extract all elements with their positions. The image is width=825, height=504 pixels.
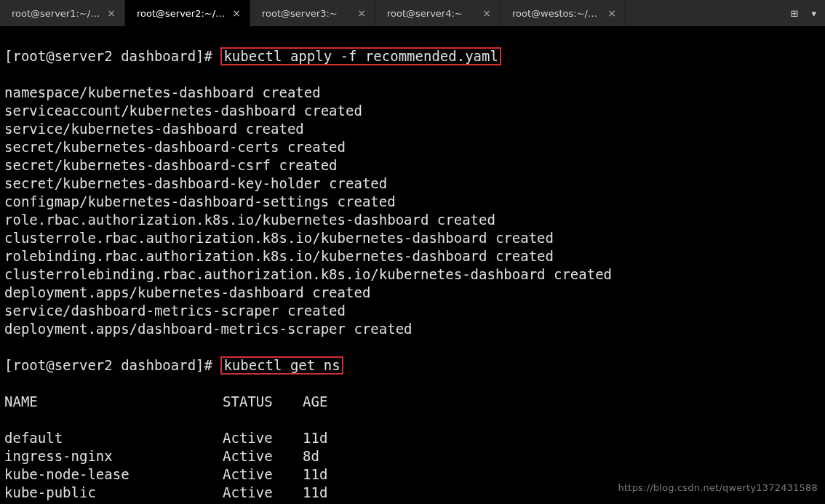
menu-chevron-icon[interactable]: ▾ bbox=[811, 4, 816, 23]
close-icon[interactable]: × bbox=[478, 4, 491, 23]
tab-label: root@server4:~ bbox=[387, 4, 463, 23]
output-line: service/kubernetes-dashboard created bbox=[4, 120, 821, 138]
table-row: ingress-nginxActive8d bbox=[4, 447, 821, 465]
output-line: namespace/kubernetes-dashboard created bbox=[4, 84, 821, 102]
output-line: clusterrolebinding.rbac.authorization.k8… bbox=[4, 265, 821, 284]
output-line: serviceaccount/kubernetes-dashboard crea… bbox=[4, 102, 821, 120]
output-line: role.rbac.authorization.k8s.io/kubernete… bbox=[4, 211, 821, 229]
close-icon[interactable]: × bbox=[353, 4, 366, 23]
tab-server1[interactable]: root@server1:~/har… × bbox=[0, 0, 125, 26]
output-line: clusterrole.rbac.authorization.k8s.io/ku… bbox=[4, 229, 821, 247]
output-line: secret/kubernetes-dashboard-key-holder c… bbox=[4, 175, 821, 193]
output-line: service/dashboard-metrics-scraper create… bbox=[4, 302, 821, 320]
watermark-text: https://blog.csdn.net/qwerty1372431588 bbox=[618, 479, 818, 497]
output-line: deployment.apps/dashboard-metrics-scrape… bbox=[4, 320, 821, 338]
tab-bar: root@server1:~/har… × root@server2:~/das… bbox=[0, 0, 825, 26]
tab-bar-controls: ⊞ ▾ bbox=[791, 0, 825, 26]
table-row: defaultActive11d bbox=[4, 429, 821, 447]
tab-label: root@server3:~ bbox=[262, 4, 338, 23]
tab-label: root@westos:~/Des… bbox=[512, 4, 603, 23]
tab-server2[interactable]: root@server2:~/das… × bbox=[125, 0, 250, 26]
tab-label: root@server2:~/das… bbox=[137, 4, 228, 23]
tab-server4[interactable]: root@server4:~ × bbox=[375, 0, 501, 26]
close-icon[interactable]: × bbox=[103, 4, 116, 23]
command-highlight: kubectl apply -f recommended.yaml bbox=[220, 47, 501, 65]
tab-label: root@server1:~/har… bbox=[12, 4, 103, 23]
close-icon[interactable]: × bbox=[228, 4, 241, 23]
output-line: rolebinding.rbac.authorization.k8s.io/ku… bbox=[4, 247, 821, 265]
tab-server3[interactable]: root@server3:~ × bbox=[250, 0, 375, 26]
output-line: secret/kubernetes-dashboard-csrf created bbox=[4, 156, 821, 175]
table-header: NAMESTATUSAGE bbox=[4, 393, 821, 411]
shell-prompt: [root@server2 dashboard]# bbox=[4, 357, 220, 373]
tab-westos[interactable]: root@westos:~/Des… × bbox=[501, 0, 626, 26]
terminal-output[interactable]: [root@server2 dashboard]# kubectl apply … bbox=[0, 26, 825, 504]
close-icon[interactable]: × bbox=[603, 4, 616, 23]
shell-prompt: [root@server2 dashboard]# bbox=[4, 48, 220, 64]
output-line: secret/kubernetes-dashboard-certs create… bbox=[4, 138, 821, 156]
output-line: deployment.apps/kubernetes-dashboard cre… bbox=[4, 284, 821, 302]
new-tab-icon[interactable]: ⊞ bbox=[791, 4, 799, 23]
command-highlight: kubectl get ns bbox=[220, 356, 343, 375]
output-line: configmap/kubernetes-dashboard-settings … bbox=[4, 193, 821, 211]
